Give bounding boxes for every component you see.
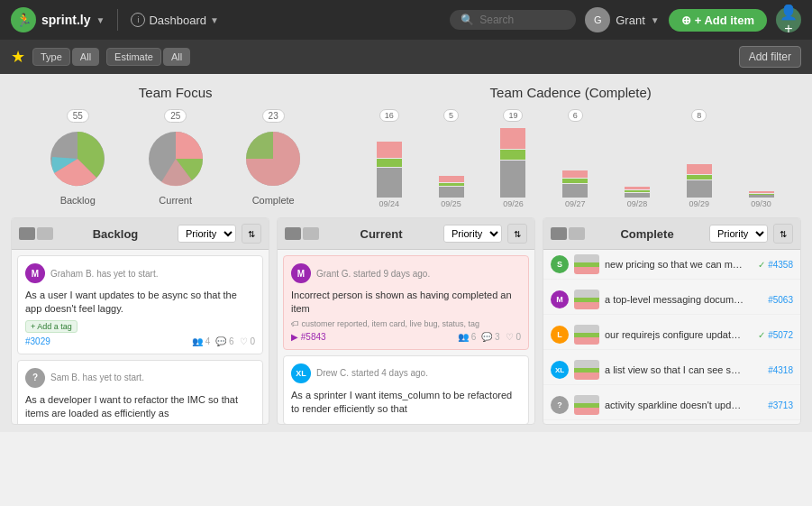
bar-container-5 — [687, 125, 712, 198]
complete-item-avatar-2: L — [551, 326, 569, 344]
team-focus-title: Team Focus — [11, 85, 340, 100]
add-item-button[interactable]: ⊕ + Add item — [669, 9, 767, 32]
backlog-card-2-avatar: ? — [25, 368, 45, 388]
current-list-icon[interactable] — [285, 227, 301, 240]
complete-item-avatar-1: M — [551, 290, 569, 308]
add-filter-button[interactable]: Add filter — [739, 46, 801, 68]
search-input[interactable] — [479, 14, 561, 26]
dashboard-nav[interactable]: i Dashboard ▼ — [131, 13, 219, 27]
brand-logo[interactable]: 🏃 sprint.ly ▼ — [11, 7, 105, 32]
complete-item-thumb-2 — [574, 325, 599, 345]
type-filter-group: Type All — [32, 48, 99, 66]
complete-sort-select[interactable]: Priority — [709, 225, 768, 243]
complete-column-body: Snew pricing so that we can maximiz...✓ … — [543, 250, 800, 424]
backlog-count: 55 — [67, 109, 89, 123]
bar-group-3: 609/27 — [544, 109, 607, 208]
add-user-icon: 👤+ — [776, 4, 801, 37]
backlog-card-1-meta: Graham B. has yet to start. — [50, 269, 159, 279]
backlog-label: Backlog — [60, 195, 96, 206]
charts-section: Team Focus 55 Backlog — [11, 85, 801, 208]
list-item[interactable]: Ma top-level messaging document so...#50… — [543, 285, 800, 315]
current-card-2-header: XL Drew C. started 4 days ago. — [291, 363, 521, 383]
user-name: Grant — [616, 14, 645, 27]
complete-sort-button[interactable]: ⇅ — [773, 224, 793, 244]
complete-count: 23 — [262, 109, 285, 123]
current-card-icon[interactable] — [303, 227, 319, 240]
estimate-all-button[interactable]: All — [163, 48, 190, 66]
backlog-card-1-votes: ♡ 0 — [240, 336, 255, 346]
complete-item-id-4: #3713 — [768, 400, 793, 410]
bar-segment-6-2 — [749, 195, 774, 198]
main-content: Team Focus 55 Backlog — [0, 74, 812, 432]
info-icon: i — [131, 13, 145, 27]
current-view-icons — [285, 227, 319, 240]
current-column-body: M Grant G. started 9 days ago. Incorrect… — [278, 250, 534, 424]
complete-item-text-3: a list view so that I can see search r..… — [605, 364, 744, 375]
nav-divider — [117, 9, 118, 31]
backlog-sort-button[interactable]: ⇅ — [242, 224, 261, 244]
bar-segment-5-0 — [687, 164, 712, 174]
list-item[interactable]: XLa list view so that I can see search r… — [543, 355, 800, 385]
complete-list-icon[interactable] — [551, 227, 567, 240]
bar-date-0: 09/24 — [379, 199, 400, 208]
bar-segment-3-1 — [562, 179, 588, 182]
current-card-1-body: Incorrect person is shown as having comp… — [291, 289, 521, 317]
bar-segment-2-1 — [500, 150, 525, 160]
backlog-card-1-body: As a user I want updates to be async so … — [25, 289, 255, 317]
user-area[interactable]: G Grant ▼ — [585, 7, 659, 32]
star-button[interactable]: ★ — [11, 47, 25, 67]
add-user-button[interactable]: 👤+ — [776, 7, 801, 32]
complete-item-id-1: #5063 — [768, 295, 793, 305]
bar-segment-2-0 — [500, 128, 525, 149]
current-card-1-expand[interactable]: ▶ #5843 — [291, 332, 326, 342]
current-card-1-comments: 💬 3 — [481, 332, 499, 342]
list-item[interactable]: Snew pricing so that we can maximiz...✓ … — [543, 250, 800, 280]
bar-date-5: 09/29 — [689, 199, 710, 208]
search-box[interactable]: 🔍 — [450, 10, 576, 30]
complete-item-text-0: new pricing so that we can maximiz... — [605, 259, 744, 270]
dashboard-label: Dashboard — [149, 14, 206, 27]
bar-segment-5-2 — [687, 180, 712, 198]
complete-item-thumb-0 — [574, 254, 599, 274]
current-card-2: XL Drew C. started 4 days ago. As a spri… — [283, 355, 529, 424]
list-item[interactable]: ?activity sparkline doesn't update bas..… — [543, 391, 800, 420]
current-sort-select[interactable]: Priority — [443, 225, 502, 243]
bar-segment-1-2 — [439, 187, 464, 198]
current-pie-wrap: 25 Current — [143, 109, 208, 206]
estimate-filter-button[interactable]: Estimate — [106, 48, 161, 66]
backlog-card-1: M Graham B. has yet to start. As a user … — [17, 255, 263, 354]
bar-group-6: 09/30 — [730, 118, 792, 208]
bar-segment-5-1 — [687, 175, 712, 179]
bar-segment-4-1 — [625, 190, 650, 192]
complete-item-avatar-4: ? — [551, 396, 569, 414]
list-item[interactable]: Lour requirejs configure updated so t...… — [543, 320, 800, 350]
bar-segment-1-0 — [439, 176, 464, 182]
bar-date-1: 09/25 — [441, 199, 461, 208]
backlog-view-icons — [19, 227, 53, 240]
backlog-card-1-tag[interactable]: + Add a tag — [25, 320, 78, 333]
current-card-1: M Grant G. started 9 days ago. Incorrect… — [283, 255, 529, 350]
list-view-icon[interactable] — [19, 227, 35, 240]
bar-container-3 — [562, 125, 588, 198]
complete-card-icon[interactable] — [569, 227, 585, 240]
current-card-2-avatar: XL — [291, 363, 311, 383]
type-filter-button[interactable]: Type — [32, 48, 70, 66]
current-card-1-meta: Grant G. started 9 days ago. — [316, 269, 430, 279]
current-sort-button[interactable]: ⇅ — [507, 224, 527, 244]
bar-segment-1-1 — [439, 183, 464, 186]
complete-item-avatar-3: XL — [551, 361, 569, 379]
type-all-button[interactable]: All — [72, 48, 99, 66]
backlog-sort-select[interactable]: Priority — [178, 225, 236, 243]
bar-count-2: 19 — [503, 109, 523, 122]
bar-charts-container: 1609/24509/251909/26609/2709/28809/2909/… — [340, 109, 801, 208]
complete-view-icons — [551, 227, 585, 240]
bar-container-1 — [439, 125, 464, 198]
card-view-icon[interactable] — [37, 227, 53, 240]
complete-column: Complete Priority ⇅ Snew pricing so that… — [543, 217, 801, 425]
complete-label: Complete — [252, 195, 295, 206]
bar-count-3: 6 — [568, 109, 583, 122]
bar-container-4 — [625, 125, 650, 198]
complete-item-thumb-3 — [574, 360, 599, 380]
complete-item-thumb-4 — [574, 395, 599, 415]
bar-date-2: 09/26 — [503, 199, 524, 208]
